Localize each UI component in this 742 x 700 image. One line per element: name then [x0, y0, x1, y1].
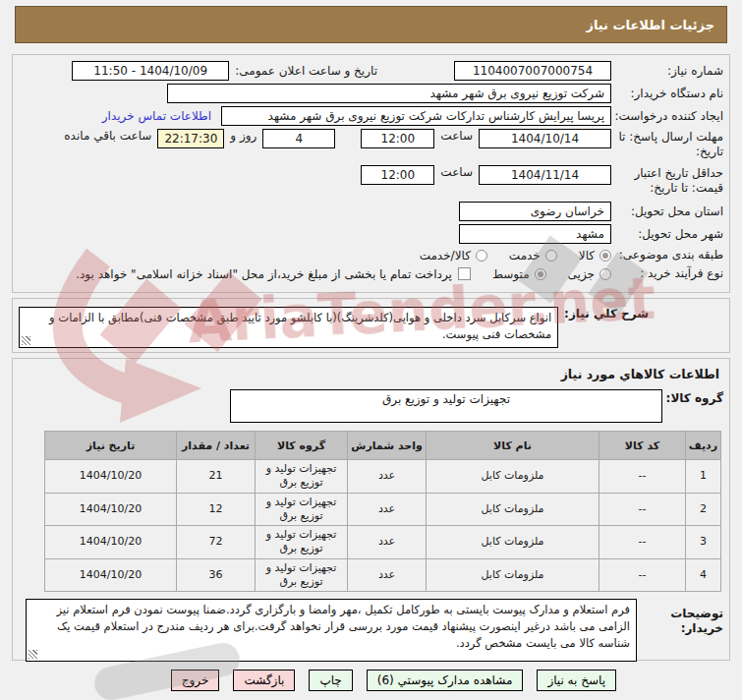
table-cell: ملزومات کابل [427, 558, 599, 592]
radio-option-label: کالا [579, 249, 595, 262]
table-header-cell: واحد شمارش [348, 432, 427, 460]
goods-info-section: اطلاعات كالاهاي مورد نياز گروه کالا: تجه… [12, 358, 730, 661]
subject-class-row: طبقه بندی موضوعی: کالاخدمتکالا/خدمت [19, 248, 723, 262]
need-number-label: شماره نیاز: [611, 64, 723, 79]
table-cell: عدد [348, 526, 427, 559]
page-title-bar: جزئیات اطلاعات نیاز [15, 6, 727, 43]
need-number-field[interactable]: 1104007007000754 [454, 61, 611, 81]
price-validity-time-field[interactable]: 12:00 [361, 165, 434, 185]
table-header-cell: تعداد / مقدار [177, 432, 256, 460]
table-header-cell: نام کالا [427, 432, 599, 460]
view-attachments-button[interactable]: مشاهده مدارک پیوستي (6) [367, 670, 524, 691]
table-cell: تجهیزات تولید و توزیع برق [256, 460, 348, 494]
goods-info-header: اطلاعات كالاهاي مورد نياز [19, 367, 719, 381]
need-details-page: { "title_bar": { "label": "جزئیات اطلاعا… [0, 0, 742, 700]
print-button[interactable]: چاپ [309, 670, 352, 691]
subject-class-options: کالاخدمتکالا/خدمت [398, 249, 611, 262]
table-cell: عدد [348, 558, 427, 592]
request-creator-field[interactable]: پریسا پیرایش کارشناس تدارکات شرکت توزیع … [221, 106, 611, 126]
table-header-cell: کد کالا [599, 432, 686, 460]
table-cell: -- [599, 460, 686, 494]
need-info-form: شماره نیاز: 1104007007000754 تاریخ و ساع… [12, 54, 730, 293]
process-type-row: نوع فرآیند خرید : جزییمتوسط پرداخت تمام … [19, 266, 723, 281]
province-field[interactable]: خراسان رضوی [459, 202, 611, 221]
city-label: شهر محل تحویل: [611, 227, 723, 242]
goods-table: ردیفکد کالانام کالاواحد شمارشگروه کالاتع… [44, 431, 721, 592]
request-creator-row: ایجاد کننده درخواست: پریسا پیرایش کارشنا… [19, 106, 723, 126]
price-validity-row: حداقل تاریخ اعتبار قیمت: تا تاریخ: 1404/… [19, 165, 723, 199]
countdown-timer: 22:17:30 [157, 129, 224, 148]
announce-datetime-label: تاریخ و ساعت اعلان عمومی: [235, 64, 377, 79]
table-cell: -- [599, 558, 686, 592]
table-cell: 1404/10/20 [45, 526, 177, 559]
radio-unselected[interactable] [545, 250, 557, 262]
response-deadline-label: مهلت ارسال پاسخ: تا تاریخ: [611, 129, 723, 159]
buyer-contact-link[interactable]: اطلاعات تماس خریدار [102, 109, 211, 123]
province-label: استان محل تحویل: [611, 204, 723, 219]
response-deadline-row: مهلت ارسال پاسخ: تا تاریخ: 1404/10/14 سا… [19, 129, 723, 162]
need-description-section: شرح كلي نياز: انواع سرکابل سرد داخلی و ه… [12, 298, 730, 353]
table-cell: 3 [686, 526, 721, 559]
process-type-label: نوع فرآیند خرید : [611, 266, 723, 281]
radio-selected[interactable] [599, 250, 611, 262]
table-header-cell: ردیف [686, 432, 721, 460]
city-row: شهر محل تحویل: مشهد [19, 224, 723, 244]
table-cell: -- [599, 526, 686, 559]
table-row: 3--ملزومات کابلعددتجهیزات تولید و توزیع … [45, 526, 721, 559]
hour-label-2: ساعت [440, 165, 473, 179]
goods-group-row: گروه کالا: تجهیزات تولید و توزیع برق [19, 389, 723, 423]
response-deadline-time-field[interactable]: 12:00 [361, 129, 434, 148]
announce-datetime-field[interactable]: 1404/10/09 - 11:50 [72, 61, 229, 81]
table-cell: عدد [348, 460, 427, 494]
radio-option-label: جزیی [568, 267, 595, 281]
subject-class-label: طبقه بندی موضوعی: [611, 248, 723, 262]
radio-unselected[interactable] [599, 268, 611, 280]
table-cell: 2 [686, 493, 721, 526]
table-cell: 36 [177, 558, 256, 592]
city-field[interactable]: مشهد [459, 224, 611, 244]
treasury-docs-label: پرداخت تمام یا بخشی از مبلغ خرید،از محل … [76, 267, 452, 281]
buyer-notes-label: توضيحات خريدار: [637, 599, 723, 636]
table-cell: 12 [177, 493, 256, 526]
buyer-notes-textarea[interactable]: فرم استعلام و مدارک پیوست بایستی به طورک… [26, 599, 637, 662]
buyer-org-label: نام دستگاه خریدار: [611, 87, 723, 101]
hour-label: ساعت [440, 129, 473, 143]
table-cell: 1404/10/20 [45, 460, 177, 494]
respond-to-need-button[interactable]: پاسخ به نیاز [537, 670, 616, 691]
table-row: 2--ملزومات کابلعددتجهیزات تولید و توزیع … [45, 493, 721, 526]
table-cell: 72 [177, 526, 256, 559]
radio-unselected[interactable] [476, 250, 487, 262]
need-description-label: شرح كلي نياز: [564, 307, 723, 321]
buyer-org-row: نام دستگاه خریدار: شرکت توزیع نیروی برق … [19, 84, 723, 103]
table-cell: تجهیزات تولید و توزیع برق [256, 526, 348, 559]
price-validity-label: حداقل تاریخ اعتبار قیمت: تا تاریخ: [611, 165, 723, 196]
table-header-cell: گروه کالا [256, 432, 348, 460]
response-deadline-date-field[interactable]: 1404/10/14 [479, 129, 611, 148]
hours-remaining-label: ساعت باقي مانده [64, 129, 151, 143]
table-cell: ملزومات کابل [427, 526, 599, 559]
price-validity-date-field[interactable]: 1404/11/14 [479, 165, 611, 185]
goods-group-field[interactable]: تجهیزات تولید و توزیع برق [230, 389, 662, 423]
buyer-notes-row: توضيحات خريدار: فرم استعلام و مدارک پیوس… [19, 599, 723, 662]
need-number-row: شماره نیاز: 1104007007000754 تاریخ و ساع… [19, 61, 723, 81]
province-row: استان محل تحویل: خراسان رضوی [19, 202, 723, 221]
back-button[interactable]: بازگشت [233, 670, 295, 691]
table-cell: 1404/10/20 [45, 558, 177, 592]
exit-button[interactable]: خروج [171, 670, 220, 691]
table-cell: 21 [177, 460, 256, 494]
buyer-org-field[interactable]: شرکت توزیع نیروی برق شهر مشهد [167, 84, 611, 103]
table-cell: 4 [686, 558, 721, 592]
process-type-options: جزییمتوسط [471, 267, 611, 281]
table-cell: 1 [686, 460, 721, 494]
need-description-textarea[interactable]: انواع سرکابل سرد داخلی و هوایی(کلدشرینگ)… [19, 307, 558, 348]
table-cell: عدد [348, 493, 427, 526]
action-buttons: پاسخ به نیازمشاهده مدارک پیوستي (6)چاپبا… [12, 670, 730, 691]
remaining-days-field[interactable]: 4 [262, 129, 335, 148]
treasury-docs-checkbox[interactable] [458, 267, 471, 280]
radio-option-label: متوسط [492, 267, 530, 281]
page-title: جزئیات اطلاعات نیاز [586, 18, 714, 32]
goods-table-body: 1--ملزومات کابلعددتجهیزات تولید و توزیع … [45, 460, 721, 592]
radio-selected[interactable] [535, 268, 546, 280]
days-and-label: روز و [230, 129, 257, 143]
table-cell: ملزومات کابل [427, 493, 599, 526]
